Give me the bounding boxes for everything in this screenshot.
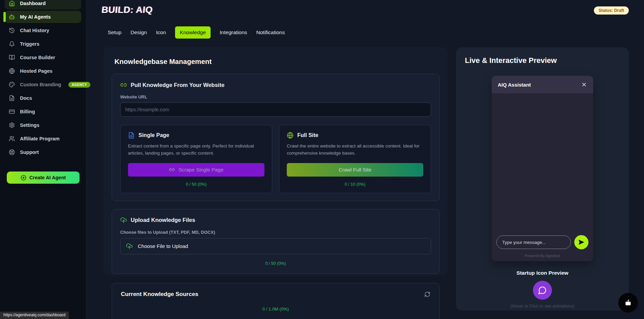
full-site-card: Full Site Crawl the entire website to ex… (279, 125, 431, 193)
startup-icon-preview[interactable] (533, 281, 552, 300)
current-sources-header: Current Knowledge Sources (121, 291, 430, 298)
sidebar-item-hosted-pages[interactable]: Hosted Pages (5, 65, 81, 77)
sidebar-item-affiliate-program[interactable]: Affiliate Program (5, 133, 81, 145)
startup-icon-title: Startup Icon Preview (465, 270, 620, 276)
powered-by-label: Powered By Agentive (496, 254, 588, 258)
website-url-input[interactable] (120, 102, 431, 117)
sidebar-item-label: Settings (20, 122, 39, 128)
sidebar: Dashboard My AI Agents Chat History Trig… (0, 0, 86, 319)
knowledgebase-panel: Knowledgebase Management Pull Knowledge … (104, 47, 448, 276)
palette-icon (9, 82, 15, 88)
sidebar-item-label: Billing (20, 109, 35, 114)
sidebar-item-triggers[interactable]: Triggers (5, 38, 81, 50)
full-site-header: Full Site (287, 132, 423, 139)
current-sources-title: Current Knowledge Sources (121, 291, 198, 298)
full-site-counter: 0 / 10 (0%) (287, 182, 423, 187)
single-page-description: Extract content from a specific page onl… (128, 143, 264, 157)
scrape-single-page-label: Scrape Single Page (178, 167, 223, 173)
status-url-tooltip: https://agentiveaiq.com/dashboard (0, 312, 69, 319)
tab-bar: Setup Design Icon Knowledge Integrations… (108, 26, 285, 39)
chat-bubble-icon (538, 286, 547, 295)
globe-icon (9, 68, 15, 74)
pull-knowledge-title: Pull Knowledge From Your Website (131, 82, 224, 88)
sidebar-item-my-ai-agents[interactable]: My AI Agents (5, 11, 81, 23)
single-page-title: Single Page (138, 132, 169, 138)
sidebar-item-label: Docs (20, 95, 32, 101)
robot-icon (9, 14, 15, 20)
send-icon (578, 239, 585, 246)
choose-file-label: Choose File to Upload (138, 243, 188, 249)
sidebar-item-label: Affiliate Program (20, 136, 60, 141)
create-ai-agent-label: Create AI Agent (29, 175, 66, 180)
sidebar-item-label: Dashboard (20, 1, 46, 6)
scrape-cards: Single Page Extract content from a speci… (120, 125, 431, 193)
chat-widget: AIQ Assistant Powered By Agentive (492, 76, 593, 261)
startup-hint: (Hover or Click to see animations) (465, 304, 620, 309)
status-badge: Status: Draft (594, 6, 629, 15)
sidebar-item-label: Course Builder (20, 55, 55, 60)
chat-input-row (496, 235, 588, 249)
link-icon (120, 82, 127, 88)
users-icon (9, 136, 15, 142)
upload-cloud-icon (120, 217, 127, 224)
tab-notifications[interactable]: Notifications (256, 29, 285, 36)
sidebar-item-settings[interactable]: Settings (5, 119, 81, 131)
agency-badge: AGENCY (68, 82, 90, 88)
sidebar-item-label: Triggers (20, 41, 39, 47)
floating-bot-button[interactable] (618, 293, 638, 313)
single-page-card: Single Page Extract content from a speci… (120, 125, 272, 193)
create-ai-agent-button[interactable]: Create AI Agent (7, 172, 80, 184)
tab-icon[interactable]: Icon (156, 29, 166, 36)
page-title: Knowledgebase Management (114, 58, 439, 66)
credit-card-icon (9, 109, 15, 115)
sidebar-item-billing[interactable]: Billing (5, 106, 81, 118)
sidebar-item-label: Custom Branding (20, 82, 61, 87)
sidebar-item-chat-history[interactable]: Chat History (5, 24, 81, 37)
bell-icon (9, 41, 15, 47)
sidebar-item-label: My AI Agents (20, 14, 51, 20)
sidebar-item-custom-branding[interactable]: Custom Branding AGENCY (5, 78, 81, 91)
tab-knowledge[interactable]: Knowledge (175, 26, 211, 39)
sidebar-nav: Dashboard My AI Agents Chat History Trig… (0, 0, 86, 158)
sidebar-item-label: Support (20, 150, 39, 155)
scrape-single-page-button[interactable]: Scrape Single Page (128, 163, 264, 177)
pull-knowledge-header: Pull Knowledge From Your Website (120, 82, 431, 88)
globe-icon (287, 132, 294, 139)
live-preview-panel: Live & Interactive Preview AIQ Assistant… (456, 47, 629, 311)
sidebar-item-dashboard[interactable]: Dashboard (5, 0, 81, 9)
book-open-icon (9, 54, 15, 61)
single-page-counter: 0 / 50 (0%) (128, 182, 264, 187)
sidebar-item-course-builder[interactable]: Course Builder (5, 51, 81, 64)
chat-header: AIQ Assistant (492, 76, 593, 93)
chat-body: Powered By Agentive (492, 93, 593, 261)
current-sources-section: Current Knowledge Sources 0 / 1.0M (0%) (112, 283, 439, 319)
home-icon (9, 0, 15, 6)
sidebar-item-label: Chat History (20, 28, 49, 33)
app-logo: BUILD: AIQ (101, 5, 153, 15)
tab-design[interactable]: Design (131, 29, 147, 36)
history-icon (9, 27, 15, 33)
single-page-header: Single Page (128, 132, 264, 139)
chat-title: AIQ Assistant (498, 82, 531, 88)
life-buoy-icon (9, 149, 15, 155)
crawl-full-site-button[interactable]: Crawl Full Site (287, 163, 423, 177)
close-icon[interactable] (581, 82, 587, 88)
chat-message-input[interactable] (496, 235, 571, 249)
live-preview-title: Live & Interactive Preview (465, 56, 620, 65)
choose-file-button[interactable]: Choose File to Upload (120, 238, 431, 254)
sidebar-item-docs[interactable]: Docs (5, 92, 81, 104)
crawl-full-site-label: Crawl Full Site (339, 167, 371, 173)
file-text-icon (9, 95, 15, 101)
refresh-icon[interactable] (424, 291, 430, 297)
choose-files-label: Choose files to Upload (TXT, PDF, MD, DO… (120, 230, 431, 235)
send-button[interactable] (574, 235, 588, 249)
tab-integrations[interactable]: Integrations (220, 29, 247, 36)
sidebar-item-support[interactable]: Support (5, 146, 81, 158)
robot-icon (624, 298, 632, 307)
upload-counter: 0 / 50 (0%) (120, 261, 431, 266)
full-site-description: Crawl the entire website to extract all … (287, 143, 423, 157)
sidebar-item-label: Hosted Pages (20, 68, 52, 74)
website-url-label: Website URL (120, 94, 431, 99)
tab-setup[interactable]: Setup (108, 29, 122, 36)
sources-counter: 0 / 1.0M (0%) (121, 306, 430, 312)
